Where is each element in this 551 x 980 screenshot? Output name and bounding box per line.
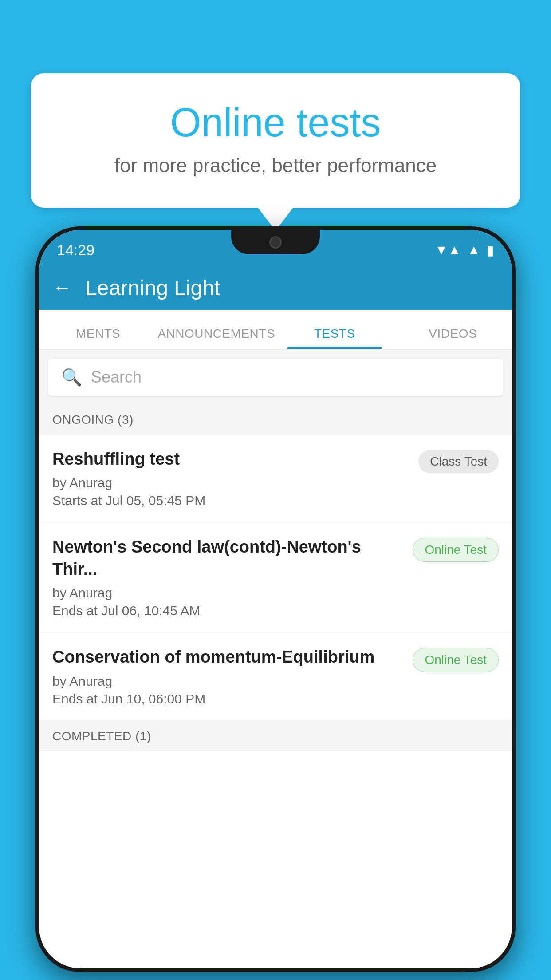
test-time-2: Ends at Jul 06, 10:45 AM [52, 603, 404, 618]
test-name-1: Reshuffling test [52, 448, 409, 470]
phone-notch [231, 230, 320, 254]
bubble-subtitle: for more practice, better performance [67, 154, 484, 177]
search-bar[interactable]: 🔍 Search [48, 359, 503, 396]
tab-announcements[interactable]: ANNOUNCEMENTS [157, 327, 276, 349]
completed-header: COMPLETED (1) [39, 721, 512, 751]
bubble-title: Online tests [67, 100, 484, 146]
app-bar: ← Learning Light [39, 265, 512, 310]
battery-icon: ▮ [487, 242, 494, 258]
status-icons: ▼▲ ▲ ▮ [435, 242, 494, 258]
test-badge-1: Class Test [418, 450, 499, 473]
signal-icon: ▲ [467, 242, 480, 257]
test-by-3: by Anurag [52, 674, 404, 689]
phone-frame: 14:29 ▼▲ ▲ ▮ ← Learning Light MENTS ANNO… [35, 226, 516, 972]
search-icon: 🔍 [61, 368, 82, 387]
speech-bubble: Online tests for more practice, better p… [31, 73, 520, 208]
test-info-3: Conservation of momentum-Equilibrium by … [52, 646, 404, 706]
test-time-1: Starts at Jul 05, 05:45 PM [52, 493, 409, 508]
test-card-2[interactable]: Newton's Second law(contd)-Newton's Thir… [39, 523, 512, 632]
tab-bar: MENTS ANNOUNCEMENTS TESTS VIDEOS [39, 310, 512, 350]
test-info-1: Reshuffling test by Anurag Starts at Jul… [52, 448, 409, 508]
test-card-3[interactable]: Conservation of momentum-Equilibrium by … [39, 633, 512, 719]
test-card-1[interactable]: Reshuffling test by Anurag Starts at Jul… [39, 435, 512, 522]
phone-inner: 14:29 ▼▲ ▲ ▮ ← Learning Light MENTS ANNO… [39, 230, 512, 968]
tab-tests[interactable]: TESTS [276, 327, 394, 349]
test-badge-2: Online Test [413, 538, 499, 562]
back-button[interactable]: ← [52, 277, 72, 299]
content-area: 🔍 Search ONGOING (3) Reshuffling test by… [39, 350, 512, 751]
phone-container: 14:29 ▼▲ ▲ ▮ ← Learning Light MENTS ANNO… [35, 226, 516, 980]
search-placeholder: Search [91, 368, 142, 387]
test-name-2: Newton's Second law(contd)-Newton's Thir… [52, 536, 404, 580]
ongoing-header: ONGOING (3) [39, 405, 512, 435]
wifi-icon: ▼▲ [435, 242, 461, 257]
camera-dot [269, 236, 282, 249]
test-by-2: by Anurag [52, 585, 404, 601]
test-name-3: Conservation of momentum-Equilibrium [52, 646, 404, 668]
test-badge-3: Online Test [413, 648, 499, 672]
test-info-2: Newton's Second law(contd)-Newton's Thir… [52, 536, 404, 618]
tab-ments[interactable]: MENTS [39, 327, 157, 349]
test-time-3: Ends at Jun 10, 06:00 PM [52, 692, 404, 707]
test-by-1: by Anurag [52, 475, 409, 490]
tab-videos[interactable]: VIDEOS [394, 327, 512, 349]
app-bar-title: Learning Light [85, 276, 220, 300]
status-time: 14:29 [57, 241, 94, 259]
